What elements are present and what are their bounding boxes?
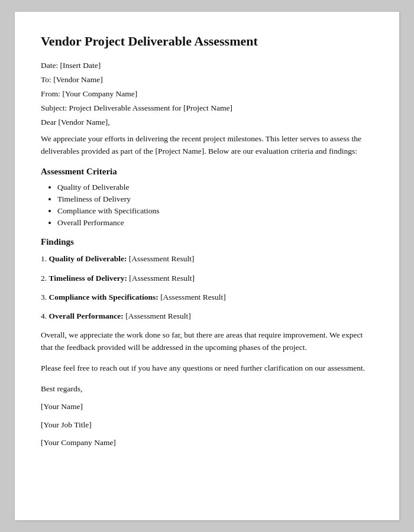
date-line: Date: [Insert Date]: [41, 61, 373, 70]
signature-company: [Your Company Name]: [41, 437, 373, 449]
regards-line: Best regards,: [41, 383, 373, 395]
finding-result-2: [Assessment Result]: [129, 274, 195, 283]
finding-item-2: 2. Timeliness of Delivery: [Assessment R…: [41, 273, 373, 284]
to-line: To: [Vendor Name]: [41, 75, 373, 85]
finding-result-4: [Assessment Result]: [125, 312, 191, 320]
finding-label-3: Compliance with Specifications:: [49, 293, 159, 301]
list-item: Quality of Deliverable: [57, 183, 373, 192]
finding-item-1: 1. Quality of Deliverable: [Assessment R…: [41, 253, 373, 265]
signature-name: [Your Name]: [41, 401, 373, 413]
greeting: Dear [Vendor Name],: [41, 118, 373, 127]
criteria-list: Quality of Deliverable Timeliness of Del…: [41, 183, 373, 228]
intro-paragraph: We appreciate your efforts in delivering…: [41, 133, 373, 158]
assessment-criteria-heading: Assessment Criteria: [41, 167, 373, 177]
document-title: Vendor Project Deliverable Assessment: [41, 33, 373, 50]
finding-item-3: 3. Compliance with Specifications: [Asse…: [41, 291, 373, 303]
finding-number-2: 2.: [41, 274, 49, 283]
closing-paragraph-2: Please feel free to reach out if you hav…: [41, 362, 373, 375]
finding-label-1: Quality of Deliverable:: [49, 254, 127, 263]
closing-paragraph-1: Overall, we appreciate the work done so …: [41, 329, 373, 354]
signature-block: Best regards, [Your Name] [Your Job Titl…: [41, 383, 373, 449]
finding-result-1: [Assessment Result]: [129, 254, 195, 263]
finding-item-4: 4. Overall Performance: [Assessment Resu…: [41, 310, 373, 322]
list-item: Timeliness of Delivery: [57, 194, 373, 204]
list-item: Compliance with Specifications: [57, 206, 373, 216]
signature-title: [Your Job Title]: [41, 419, 373, 431]
subject-line: Subject: Project Deliverable Assessment …: [41, 103, 373, 113]
finding-number-3: 3.: [41, 293, 49, 301]
from-line: From: [Your Company Name]: [41, 89, 373, 99]
findings-heading: Findings: [41, 237, 373, 247]
finding-number-4: 4.: [41, 312, 49, 320]
document-container: Vendor Project Deliverable Assessment Da…: [15, 12, 399, 520]
finding-label-4: Overall Performance:: [49, 312, 124, 320]
finding-label-2: Timeliness of Delivery:: [49, 274, 127, 283]
finding-result-3: [Assessment Result]: [160, 293, 226, 301]
findings-section: 1. Quality of Deliverable: [Assessment R…: [41, 253, 373, 322]
list-item: Overall Performance: [57, 218, 373, 228]
finding-number-1: 1.: [41, 254, 49, 263]
